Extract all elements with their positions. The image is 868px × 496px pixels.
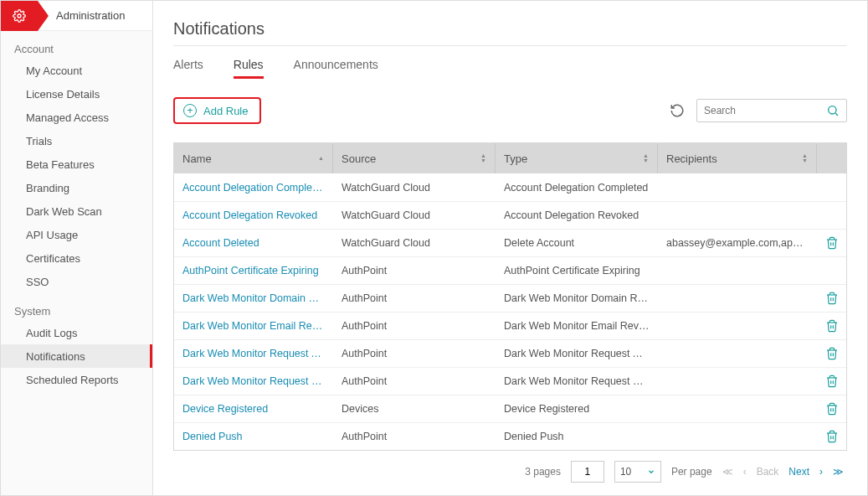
trash-icon[interactable] [825,291,839,306]
svg-line-2 [835,113,838,116]
page-title: Notifications [173,19,847,46]
trash-icon[interactable] [825,235,839,251]
trash-icon[interactable] [825,318,839,333]
sidebar-item-license-details[interactable]: License Details [1,82,152,106]
rule-type: AuthPoint Certificate Expiring [496,265,658,276]
sidebar-item-sso[interactable]: SSO [1,270,152,293]
sidebar-item-my-account[interactable]: My Account [1,59,152,82]
rule-actions [817,235,846,251]
add-rule-button[interactable]: + Add Rule [173,97,261,124]
rule-name-link[interactable]: Dark Web Monitor Request Deni... [174,375,333,387]
table-row: Dark Web Monitor Request Deni...AuthPoin… [174,367,846,395]
nav-section-header: Account [1,31,152,59]
rule-recipients: abassey@example.com,apatel@e... [658,237,817,249]
rule-type: Device Registered [496,403,658,415]
rule-actions [817,374,846,389]
table-row: Denied PushAuthPointDenied Push [174,422,846,450]
table-row: Account Delegation RevokedWatchGuard Clo… [174,201,846,229]
main-content: Notifications AlertsRulesAnnouncements +… [153,1,867,495]
tab-rules[interactable]: Rules [234,58,264,79]
rule-name-link[interactable]: Account Delegation Revoked [174,209,333,221]
col-header-name[interactable]: Name ▲ [174,143,333,173]
trash-icon[interactable] [825,374,839,389]
rule-type: Dark Web Monitor Request Appro... [496,348,658,359]
admin-title: Administration [56,9,125,22]
col-header-name-label: Name [182,152,212,165]
rule-name-link[interactable]: Dark Web Monitor Domain Revo... [174,292,333,304]
col-header-type[interactable]: Type ▲▼ [496,143,658,173]
svg-point-0 [18,14,21,18]
rule-type: Dark Web Monitor Request Denied [496,375,658,387]
page-input[interactable] [571,461,604,483]
col-header-type-label: Type [504,152,527,165]
sidebar-item-branding[interactable]: Branding [1,176,152,199]
sidebar-item-api-usage[interactable]: API Usage [1,223,152,246]
sort-icon: ▲▼ [802,153,808,163]
per-page-value: 10 [620,466,631,478]
sort-icon: ▲▼ [643,153,649,163]
rule-type: Dark Web Monitor Email Revoked [496,320,658,332]
pager: 3 pages 10 Per page ≪ ‹ Back Next › ≫ [173,451,847,483]
svg-point-1 [829,106,836,114]
col-header-recipients-label: Recipients [666,152,717,165]
pager-next-chevron[interactable]: › [819,466,823,478]
rule-type: Denied Push [496,431,658,442]
col-header-actions [817,143,846,173]
sidebar: Administration AccountMy AccountLicense … [1,1,153,495]
pager-prev-chevron[interactable]: ‹ [743,466,747,478]
pages-count: 3 pages [525,466,561,478]
nav-section-header: System [1,293,152,321]
rule-name-link[interactable]: Account Delegation Completed [174,182,333,194]
search-input[interactable] [704,105,813,116]
admin-gear-badge [1,1,38,31]
table-row: Dark Web Monitor Email RevokedAuthPointD… [174,312,846,339]
rule-source: AuthPoint [333,292,496,304]
table-row: Account Delegation CompletedWatchGuard C… [174,173,846,201]
pager-first[interactable]: ≪ [722,466,733,478]
rule-name-link[interactable]: Device Registered [174,403,333,415]
rule-type: Delete Account [496,237,658,249]
search-icon[interactable] [826,104,840,117]
sidebar-item-scheduled-reports[interactable]: Scheduled Reports [1,368,152,391]
sidebar-item-audit-logs[interactable]: Audit Logs [1,321,152,344]
sidebar-item-certificates[interactable]: Certificates [1,246,152,270]
rule-source: AuthPoint [333,431,496,442]
sidebar-item-dark-web-scan[interactable]: Dark Web Scan [1,199,152,223]
trash-icon[interactable] [825,401,839,416]
rule-name-link[interactable]: Dark Web Monitor Request Appr... [174,348,333,359]
gear-icon [13,9,26,23]
add-rule-label: Add Rule [203,105,248,117]
rule-name-link[interactable]: Denied Push [174,431,333,442]
table-header: Name ▲ Source ▲▼ Type ▲▼ Recipients ▲▼ [174,143,846,173]
search-box[interactable] [696,99,847,122]
col-header-source[interactable]: Source ▲▼ [333,143,496,173]
rule-type: Dark Web Monitor Domain Revok... [496,292,658,304]
trash-icon[interactable] [825,429,839,444]
col-header-recipients[interactable]: Recipients ▲▼ [658,143,817,173]
trash-icon[interactable] [825,346,839,361]
rule-name-link[interactable]: Account Deleted [174,237,333,249]
tab-alerts[interactable]: Alerts [173,58,203,79]
pager-back[interactable]: Back [757,466,779,478]
rule-name-link[interactable]: AuthPoint Certificate Expiring [174,265,333,276]
tab-announcements[interactable]: Announcements [294,58,378,79]
table-row: Dark Web Monitor Request Appr...AuthPoin… [174,339,846,367]
pager-next[interactable]: Next [788,466,809,478]
rule-name-link[interactable]: Dark Web Monitor Email Revoked [174,320,333,332]
rule-type: Account Delegation Completed [496,182,658,194]
col-header-source-label: Source [342,152,376,165]
sidebar-item-managed-access[interactable]: Managed Access [1,106,152,129]
rules-table: Name ▲ Source ▲▼ Type ▲▼ Recipients ▲▼ A… [173,142,847,451]
rule-actions [817,291,846,306]
pager-last[interactable]: ≫ [833,466,844,478]
table-row: Device RegisteredDevicesDevice Registere… [174,395,846,422]
table-row: AuthPoint Certificate ExpiringAuthPointA… [174,256,846,284]
table-row: Dark Web Monitor Domain Revo...AuthPoint… [174,284,846,312]
sidebar-item-trials[interactable]: Trials [1,129,152,152]
rule-source: AuthPoint [333,375,496,387]
sidebar-item-beta-features[interactable]: Beta Features [1,152,152,176]
refresh-icon[interactable] [670,103,685,118]
sidebar-item-notifications[interactable]: Notifications [1,344,152,368]
per-page-select[interactable]: 10 [614,461,661,483]
admin-header: Administration [1,1,152,31]
